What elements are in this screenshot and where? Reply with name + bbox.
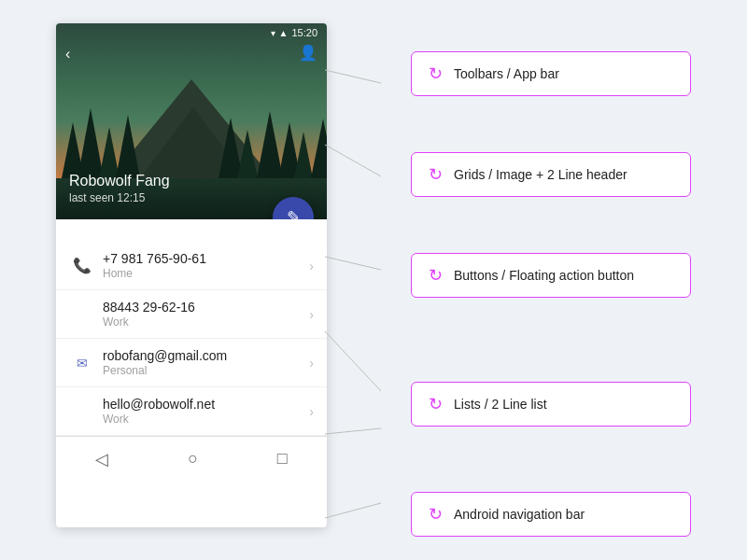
refresh-icon: ↻ [429,504,443,525]
svg-line-0 [325,70,381,83]
back-button[interactable]: ‹ [65,44,70,63]
back-arrow-icon: ‹ [65,46,70,62]
contact-item-main: robofang@gmail.com [103,348,309,363]
svg-line-2 [325,257,381,270]
chevron-right-icon: › [309,307,314,322]
person-icon[interactable]: 👤 [299,44,317,62]
annotation-navbar[interactable]: ↻ Android navigation bar [411,492,691,537]
annotation-label: Grids / Image + 2 Line header [454,167,627,182]
annotation-label: Android navigation bar [454,507,585,522]
contact-item-main: +7 981 765-90-61 [103,251,309,266]
annotation-label: Lists / 2 Line list [454,397,547,412]
phone-mockup: ▾ ▲ 15:20 ‹ 👤 Robowolf Fang last seen 12… [56,23,327,527]
chevron-right-icon: › [309,404,314,419]
annotation-label: Toolbars / App bar [454,66,559,81]
home-nav-icon[interactable]: ○ [188,449,198,469]
email-icon: ✉ [77,356,88,371]
connector-svg [325,42,381,560]
annotation-label: Buttons / Floating action button [454,268,634,283]
annotation-toolbars[interactable]: ↻ Toolbars / App bar [411,51,691,96]
wifi-icon: ▾ [271,28,275,38]
contact-item-sub: Home [103,267,309,280]
edit-icon: ✎ [287,207,301,219]
android-nav-bar: ◁ ○ □ [56,436,327,481]
list-item[interactable]: 88443 29-62-16 Work › [56,290,327,339]
person-silhouette-icon: 👤 [299,45,317,61]
refresh-icon: ↻ [429,164,443,185]
contact-item-sub: Work [103,315,309,329]
annotation-buttons[interactable]: ↻ Buttons / Floating action button [411,253,691,298]
chevron-right-icon: › [309,356,314,371]
refresh-icon: ↻ [429,265,443,286]
contact-item-text: robofang@gmail.com Personal [95,348,309,377]
signal-icon: ▲ [279,28,289,38]
phone-icon: 📞 [73,257,92,274]
refresh-icon: ↻ [429,394,443,414]
annotation-lists[interactable]: ↻ Lists / 2 Line list [411,382,691,427]
contact-item-text: 88443 29-62-16 Work [95,300,309,329]
list-item[interactable]: 📞 +7 981 765-90-61 Home › [56,242,327,290]
annotation-grids[interactable]: ↻ Grids / Image + 2 Line header [411,152,691,197]
svg-line-3 [325,331,381,391]
contact-item-main: 88443 29-62-16 [103,300,309,315]
refresh-icon: ↻ [429,63,443,84]
phone-header: ▾ ▲ 15:20 ‹ 👤 Robowolf Fang last seen 12… [56,23,327,219]
contact-item-text: +7 981 765-90-61 Home [95,251,309,280]
email-icon-container: ✉ [69,356,95,371]
contact-info: Robowolf Fang last seen 12:15 [69,173,170,204]
main-container: ▾ ▲ 15:20 ‹ 👤 Robowolf Fang last seen 12… [56,23,691,537]
contact-name: Robowolf Fang [69,173,170,189]
svg-line-1 [325,145,381,176]
contact-item-sub: Work [103,413,309,426]
contact-list: 📞 +7 981 765-90-61 Home › 88443 29-62-16… [56,219,327,436]
contact-item-main: hello@robowolf.net [103,397,309,412]
svg-line-5 [325,503,381,518]
contact-item-text: hello@robowolf.net Work [95,397,309,426]
list-item[interactable]: ✉ robofang@gmail.com Personal › [56,339,327,387]
annotation-panels: ↻ Toolbars / App bar ↻ Grids / Image + 2… [411,23,691,537]
contact-item-sub: Personal [103,364,309,377]
phone-icon-container: 📞 [69,257,95,274]
list-item[interactable]: hello@robowolf.net Work › [56,387,327,436]
status-bar: ▾ ▲ 15:20 [56,23,327,42]
back-nav-icon[interactable]: ◁ [95,449,108,469]
contact-status: last seen 12:15 [69,191,170,204]
svg-line-4 [325,428,381,434]
recents-nav-icon[interactable]: □ [277,449,288,469]
status-icons: ▾ ▲ [271,28,289,38]
chevron-right-icon: › [309,259,314,273]
status-time: 15:20 [291,27,317,38]
